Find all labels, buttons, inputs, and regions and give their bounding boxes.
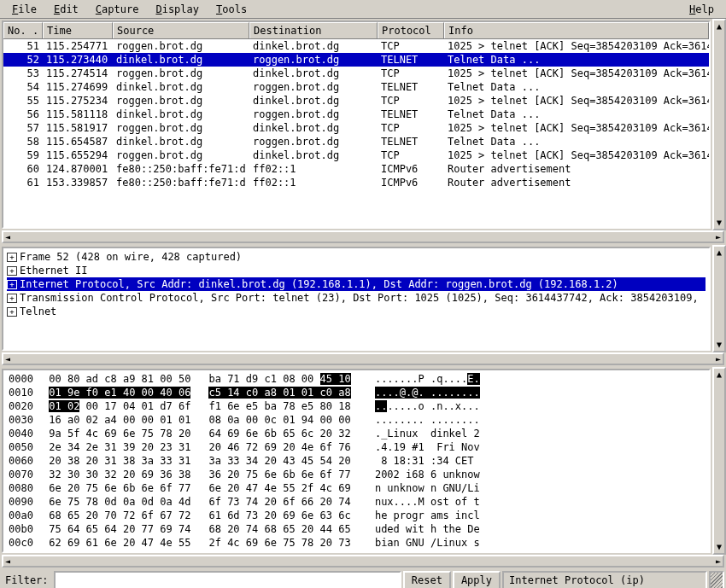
- scroll-up-icon[interactable]: ▲: [717, 20, 722, 32]
- table-row[interactable]: 51115.254771roggen.brot.dgdinkel.brot.dg…: [3, 39, 709, 53]
- hex-line[interactable]: 00c0 62 69 61 6e 20 47 4e 55 2f 4c 69 6e…: [9, 536, 704, 550]
- table-row[interactable]: 58115.654587dinkel.brot.dgroggen.brot.dg…: [3, 135, 709, 148]
- filter-label: Filter:: [2, 571, 52, 588]
- expand-icon[interactable]: +: [7, 280, 17, 289]
- menu-capture[interactable]: Capture: [87, 2, 148, 17]
- hex-line[interactable]: 0060 20 38 20 31 38 3a 33 31 3a 33 34 20…: [9, 454, 704, 468]
- tree-rows[interactable]: +Frame 52 (428 on wire, 428 captured)+Et…: [3, 248, 709, 320]
- table-row[interactable]: 56115.581118dinkel.brot.dgroggen.brot.dg…: [3, 108, 709, 121]
- col-header-time[interactable]: Time: [43, 22, 113, 38]
- col-header-info[interactable]: Info: [444, 22, 709, 38]
- resize-grip[interactable]: [709, 571, 724, 588]
- tree-pane: +Frame 52 (428 on wire, 428 captured)+Et…: [2, 247, 711, 351]
- col-header-proto[interactable]: Protocol: [378, 22, 444, 38]
- packet-list-vscroll[interactable]: ▲ ▼: [712, 19, 726, 230]
- hex-line[interactable]: 0080 6e 20 75 6e 6b 6e 6f 77 6e 20 47 4e…: [9, 481, 704, 495]
- col-header-no[interactable]: No. .: [3, 22, 43, 38]
- tree-vscroll[interactable]: ▲ ▼: [712, 245, 726, 352]
- table-row[interactable]: 52115.273440dinkel.brot.dgroggen.brot.dg…: [3, 53, 709, 67]
- menu-edit[interactable]: Edit: [45, 2, 87, 17]
- hex-line[interactable]: 00a0 68 65 20 70 72 6f 67 72 61 6d 73 20…: [9, 509, 704, 522]
- scroll-down-icon[interactable]: ▼: [717, 217, 722, 229]
- table-row[interactable]: 60124.870001fe80::250:baff:fe71:dff02::1…: [3, 162, 709, 176]
- col-header-dest[interactable]: Destination: [249, 22, 378, 38]
- table-row[interactable]: 59115.655294roggen.brot.dgdinkel.brot.dg…: [3, 148, 709, 162]
- expand-icon[interactable]: +: [7, 307, 17, 317]
- reset-button[interactable]: Reset: [403, 571, 451, 588]
- table-row[interactable]: 54115.274699dinkel.brot.dgroggen.brot.dg…: [3, 80, 709, 94]
- menu-help[interactable]: Help: [681, 2, 723, 17]
- menu-tools[interactable]: Tools: [208, 2, 255, 17]
- hex-line[interactable]: 0090 6e 75 78 0d 0a 0d 0a 4d 6f 73 74 20…: [9, 495, 704, 509]
- table-row[interactable]: 55115.275234roggen.brot.dgdinkel.brot.dg…: [3, 94, 709, 108]
- table-row[interactable]: 57115.581917roggen.brot.dgdinkel.brot.dg…: [3, 121, 709, 135]
- apply-button[interactable]: Apply: [453, 571, 501, 588]
- tree-row[interactable]: +Transmission Control Protocol, Src Port…: [7, 291, 706, 305]
- menu-file[interactable]: File: [3, 2, 45, 17]
- hex-vscroll[interactable]: ▲ ▼: [712, 367, 726, 555]
- expand-icon[interactable]: +: [7, 253, 17, 262]
- packet-rows[interactable]: 51115.254771roggen.brot.dgdinkel.brot.dg…: [3, 39, 709, 227]
- tree-row[interactable]: +Ethernet II: [7, 264, 706, 277]
- status-field: Internet Protocol (ip): [502, 571, 707, 588]
- hex-line[interactable]: 0010 01 9e f0 e1 40 00 40 06 c5 14 c0 a8…: [9, 386, 704, 399]
- table-row[interactable]: 61153.339857fe80::250:baff:fe71:dff02::1…: [3, 176, 709, 189]
- column-headers: No. . Time Source Destination Protocol I…: [3, 22, 709, 39]
- menubar: File Edit Capture Display Tools Help: [0, 0, 726, 19]
- hex-pane: 0000 00 80 ad c8 a9 81 00 50 ba 71 d9 c1…: [2, 369, 711, 553]
- tree-row[interactable]: +Internet Protocol, Src Addr: dinkel.bro…: [7, 277, 706, 291]
- hex-line[interactable]: 0050 2e 34 2e 31 39 20 23 31 20 46 72 69…: [9, 440, 704, 454]
- statusbar: Filter: Reset Apply Internet Protocol (i…: [0, 569, 726, 588]
- scroll-up-icon[interactable]: ▲: [717, 247, 722, 259]
- tree-row[interactable]: +Telnet: [7, 305, 706, 318]
- hex-rows[interactable]: 0000 00 80 ad c8 a9 81 00 50 ba 71 d9 c1…: [3, 370, 709, 551]
- col-header-source[interactable]: Source: [113, 22, 249, 38]
- expand-icon[interactable]: +: [7, 294, 17, 303]
- hex-line[interactable]: 0000 00 80 ad c8 a9 81 00 50 ba 71 d9 c1…: [9, 372, 704, 386]
- table-row[interactable]: 53115.274514roggen.brot.dgdinkel.brot.dg…: [3, 67, 709, 80]
- menu-display[interactable]: Display: [147, 2, 208, 17]
- hex-line[interactable]: 0070 32 30 30 32 20 69 36 38 36 20 75 6e…: [9, 468, 704, 481]
- scroll-down-icon[interactable]: ▼: [717, 541, 722, 553]
- tree-row[interactable]: +Frame 52 (428 on wire, 428 captured): [7, 250, 706, 264]
- expand-icon[interactable]: +: [7, 266, 17, 276]
- hex-line[interactable]: 0040 9a 5f 4c 69 6e 75 78 20 64 69 6e 6b…: [9, 427, 704, 440]
- scroll-down-icon[interactable]: ▼: [717, 339, 722, 351]
- filter-input[interactable]: [54, 571, 401, 588]
- packet-list-hscroll[interactable]: ◄►: [2, 230, 724, 243]
- hex-line[interactable]: 00b0 75 64 65 64 20 77 69 74 68 20 74 68…: [9, 522, 704, 536]
- scroll-up-icon[interactable]: ▲: [717, 369, 722, 381]
- hex-hscroll[interactable]: ◄►: [2, 555, 724, 568]
- tree-hscroll[interactable]: ◄►: [2, 352, 724, 365]
- packet-list-pane: No. . Time Source Destination Protocol I…: [2, 20, 711, 229]
- hex-line[interactable]: 0030 16 a0 02 a4 00 00 01 01 08 0a 00 0c…: [9, 413, 704, 427]
- hex-line[interactable]: 0020 01 02 00 17 04 01 d7 6f f1 6e e5 ba…: [9, 399, 704, 413]
